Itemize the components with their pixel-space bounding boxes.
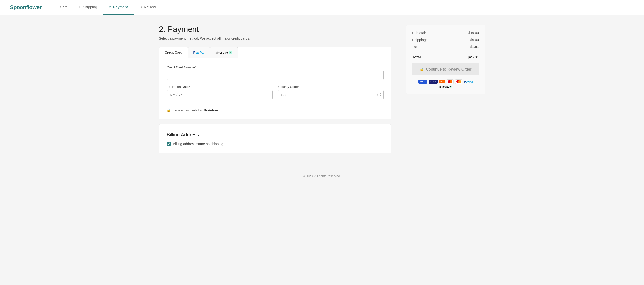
logo[interactable]: Spoonflower [10, 4, 42, 11]
security-group: Security Code* ⓘ [278, 85, 384, 99]
paypal-logo: PayPal [194, 51, 204, 55]
billing-title: Billing Address [166, 132, 384, 138]
info-icon[interactable]: ⓘ [377, 92, 381, 98]
same-as-shipping-label: Billing address same as shipping [173, 142, 224, 146]
nav: Cart 1. Shipping 2. Payment 3. Review [54, 0, 162, 15]
security-label: Security Code* [278, 85, 384, 89]
footer: ©2023. All rights reserved. [0, 168, 644, 184]
card-number-input[interactable] [166, 71, 384, 80]
subtotal-row: Subtotal: $19.00 [412, 31, 479, 35]
nav-review[interactable]: 3. Review [134, 0, 162, 15]
shipping-value: $5.00 [470, 38, 479, 42]
expiry-security-row: Expiration Date* Security Code* ⓘ [166, 85, 384, 104]
total-label: Total [412, 55, 421, 59]
continue-to-review-button[interactable]: 🔒 Continue to Review Order [412, 63, 479, 76]
card-number-group: Credit Card Number* [166, 65, 384, 80]
braintree-label: Braintree [204, 108, 218, 112]
maestro-circle2 [450, 80, 452, 83]
main-layout: 2. Payment Select a payment method. We a… [149, 15, 495, 163]
shipping-label: Shipping: [412, 38, 426, 42]
visa-logo: VISA [428, 80, 438, 84]
afterpay-small-symbol: ↻ [449, 86, 452, 88]
shipping-row: Shipping: $5.00 [412, 38, 479, 42]
expiry-group: Expiration Date* [166, 85, 272, 99]
tax-row: Tax: $1.81 [412, 45, 479, 49]
card-number-label: Credit Card Number* [166, 65, 384, 69]
mc-circle2 [458, 80, 461, 83]
afterpay-logo: afterpay↻ [216, 51, 232, 55]
lock-icon: 🔒 [166, 108, 170, 112]
tax-value: $1.81 [470, 45, 479, 49]
paypal-p1: P [194, 51, 196, 55]
security-input-wrapper: ⓘ [278, 90, 384, 99]
subtotal-label: Subtotal: [412, 31, 426, 35]
secure-badge: 🔒 Secure payments by Braintree [166, 108, 384, 112]
expiry-label: Expiration Date* [166, 85, 272, 89]
continue-lock-icon: 🔒 [420, 67, 424, 71]
discover-logo: DISC [439, 80, 445, 83]
nav-payment[interactable]: 2. Payment [103, 0, 134, 15]
continue-button-label: Continue to Review Order [426, 67, 471, 72]
secure-text: Secure payments by [172, 108, 202, 112]
total-value: $25.81 [468, 55, 479, 59]
afterpay-small-logo: afterpay↻ [440, 85, 452, 88]
expiry-input[interactable] [166, 90, 272, 99]
billing-panel: Billing Address Billing address same as … [159, 124, 391, 153]
paypal-small-logo: PayPal [464, 80, 473, 83]
total-row: Total $25.81 [412, 52, 479, 59]
footer-text: ©2023. All rights reserved. [303, 174, 341, 178]
tab-credit-card[interactable]: Credit Card [159, 47, 188, 58]
mastercard-logo [455, 79, 462, 84]
same-as-shipping-checkbox[interactable] [166, 142, 170, 146]
tab-afterpay[interactable]: afterpay↻ [210, 47, 238, 58]
security-input[interactable] [278, 90, 384, 99]
nav-shipping[interactable]: 1. Shipping [73, 0, 103, 15]
tax-label: Tax: [412, 45, 418, 49]
paypal-p2: ayPal [196, 51, 204, 55]
same-as-shipping-row: Billing address same as shipping [166, 142, 384, 146]
payment-tabs: Credit Card PayPal afterpay↻ [159, 47, 391, 58]
amex-logo: AMEX [418, 80, 427, 84]
page-title: 2. Payment [159, 25, 391, 34]
afterpay-symbol-icon: ↻ [229, 51, 232, 55]
subtotal-value: $19.00 [468, 31, 479, 35]
maestro-logo [446, 79, 454, 84]
header: Spoonflower Cart 1. Shipping 2. Payment … [0, 0, 644, 15]
tab-paypal[interactable]: PayPal [188, 47, 210, 58]
page-subtitle: Select a payment method. We accept all m… [159, 36, 391, 40]
right-column: Subtotal: $19.00 Shipping: $5.00 Tax: $1… [406, 25, 485, 94]
nav-cart[interactable]: Cart [54, 0, 73, 15]
order-summary: Subtotal: $19.00 Shipping: $5.00 Tax: $1… [406, 25, 485, 94]
credit-card-panel: Credit Card Number* Expiration Date* Sec… [159, 58, 391, 119]
left-column: 2. Payment Select a payment method. We a… [159, 25, 391, 153]
paypal-small-p: P [464, 80, 466, 83]
payment-logos: AMEX VISA DISC PayPal afterpay↻ [412, 79, 479, 88]
credit-card-tab-label: Credit Card [164, 51, 182, 55]
